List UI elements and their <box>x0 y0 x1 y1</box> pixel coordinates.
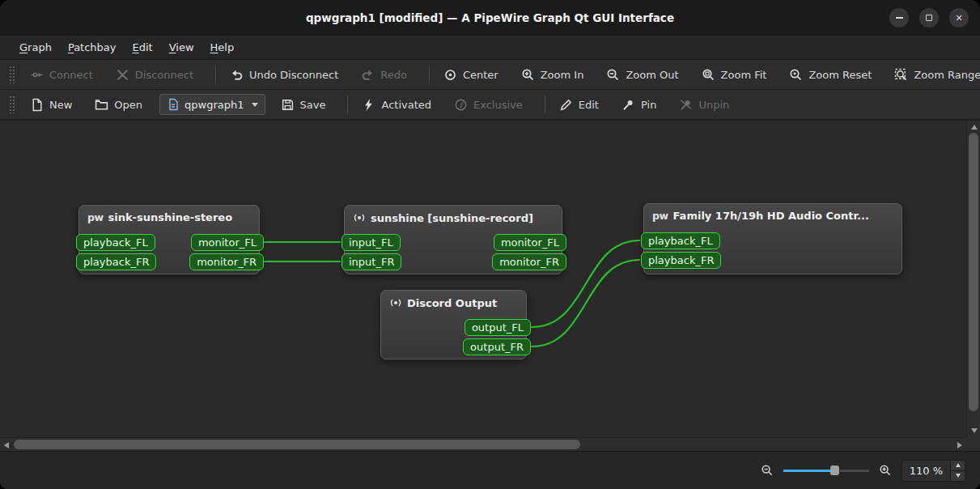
close-button[interactable]: ✕ <box>949 8 969 28</box>
zoom-reset-label: Zoom Reset <box>808 69 872 81</box>
scroll-left-arrow-icon[interactable] <box>4 442 9 449</box>
menu-patchbay[interactable]: Patchbay <box>60 38 125 57</box>
port-monitor-fl[interactable]: monitor_FL <box>191 234 264 251</box>
port-monitor-fl[interactable]: monitor_FL <box>494 234 566 251</box>
port-playback-fl[interactable]: playback_FL <box>76 234 155 251</box>
graph-canvas[interactable]: pw sink-sunshine-stereo playback_FL play… <box>0 121 966 437</box>
disconnect-button[interactable]: Disconnect <box>108 63 201 87</box>
node-sink-sunshine-stereo[interactable]: pw sink-sunshine-stereo playback_FL play… <box>78 205 260 274</box>
redo-icon <box>361 68 375 82</box>
port-monitor-fr[interactable]: monitor_FR <box>189 253 264 270</box>
horizontal-scrollbar[interactable] <box>0 437 966 451</box>
titlebar[interactable]: qpwgraph1 [modified] — A PipeWire Graph … <box>0 0 980 36</box>
scrollbar-corner <box>966 437 980 451</box>
unpin-label: Unpin <box>698 99 729 111</box>
pencil-icon <box>559 98 573 112</box>
port-playback-fl[interactable]: playback_FL <box>641 232 720 249</box>
graph-canvas-area: pw sink-sunshine-stereo playback_FL play… <box>0 120 980 451</box>
new-button[interactable]: New <box>23 93 79 117</box>
node-header: sunshine [sunshine-record] <box>345 206 562 230</box>
zoom-range-label: Zoom Range <box>914 69 980 81</box>
zoom-range-icon <box>894 68 908 82</box>
toolbar-separator <box>347 96 348 113</box>
node-sunshine-record[interactable]: sunshine [sunshine-record] input_FL inpu… <box>344 205 562 274</box>
pipewire-icon: pw <box>87 211 104 223</box>
redo-button[interactable]: Redo <box>354 63 414 87</box>
up-arrow-icon <box>956 463 961 467</box>
new-document-icon <box>30 98 44 112</box>
zoom-out-icon <box>606 68 620 82</box>
toolbar-drag-handle[interactable] <box>9 96 15 113</box>
zoom-out-label: Zoom Out <box>626 69 678 81</box>
activated-button[interactable]: Activated <box>354 93 439 117</box>
zoom-range-button[interactable]: Zoom Range <box>887 63 980 87</box>
connect-label: Connect <box>49 69 93 81</box>
node-discord-output[interactable]: Discord Output output_FL output_FR <box>380 290 527 359</box>
node-header: Discord Output <box>381 291 526 315</box>
statusbar: 110 % <box>0 451 980 489</box>
pin-label: Pin <box>641 99 656 111</box>
connect-icon <box>30 68 44 82</box>
window-title: qpwgraph1 [modified] — A PipeWire Graph … <box>306 11 674 24</box>
exclusive-button[interactable]: f Exclusive <box>447 93 530 117</box>
connect-button[interactable]: Connect <box>23 63 100 87</box>
port-playback-fr[interactable]: playback_FR <box>76 253 156 270</box>
zoom-reset-icon <box>789 68 803 82</box>
pin-button[interactable]: Pin <box>614 93 664 117</box>
qpwgraph-window: qpwgraph1 [modified] — A PipeWire Graph … <box>0 0 980 489</box>
zoom-in-label: Zoom In <box>541 69 584 81</box>
menu-help[interactable]: Help <box>202 38 243 57</box>
open-button[interactable]: Open <box>87 93 150 117</box>
scroll-down-arrow-icon[interactable] <box>971 428 978 433</box>
port-output-fl[interactable]: output_FL <box>465 319 531 336</box>
vertical-scrollbar-thumb[interactable] <box>969 133 978 411</box>
scroll-right-arrow-icon[interactable] <box>957 442 962 449</box>
toolbar-separator <box>545 96 545 113</box>
zoom-step-up-button[interactable] <box>951 461 965 470</box>
zoom-step-down-button[interactable] <box>951 470 965 481</box>
undo-label: Undo Disconnect <box>249 69 338 81</box>
open-folder-icon <box>95 98 108 112</box>
port-monitor-fr[interactable]: monitor_FR <box>492 253 566 270</box>
zoom-in-icon[interactable] <box>879 464 892 477</box>
menu-edit[interactable]: Edit <box>125 38 161 57</box>
horizontal-scrollbar-thumb[interactable] <box>14 440 580 449</box>
port-playback-fr[interactable]: playback_FR <box>641 252 721 269</box>
zoom-slider-track <box>840 470 869 472</box>
zoom-out-icon[interactable] <box>761 464 774 477</box>
center-button[interactable]: Center <box>436 63 506 87</box>
pipewire-icon: pw <box>652 210 668 222</box>
scroll-up-arrow-icon[interactable] <box>971 125 978 130</box>
port-input-fr[interactable]: input_FR <box>342 253 401 270</box>
maximize-button[interactable] <box>919 8 939 28</box>
chevron-down-icon <box>252 103 258 107</box>
save-button[interactable]: Save <box>274 93 333 117</box>
zoom-in-button[interactable]: Zoom In <box>514 63 592 87</box>
zoom-value: 110 % <box>902 461 950 481</box>
menu-view[interactable]: View <box>161 38 202 57</box>
zoom-slider-handle[interactable] <box>830 466 839 475</box>
edit-button[interactable]: Edit <box>552 93 606 117</box>
menu-graph[interactable]: Graph <box>11 38 60 57</box>
vertical-scrollbar[interactable] <box>966 121 980 437</box>
undo-disconnect-button[interactable]: Undo Disconnect <box>223 63 346 87</box>
zoom-spinbox[interactable]: 110 % <box>902 460 965 482</box>
toolbar-drag-handle[interactable] <box>9 66 15 83</box>
node-family-hd-audio[interactable]: pw Family 17h/19h HD Audio Contr... play… <box>643 203 902 274</box>
minimize-button[interactable] <box>889 8 909 28</box>
zoom-slider[interactable] <box>783 463 869 478</box>
port-input-fl[interactable]: input_FL <box>342 234 401 251</box>
session-combobox-value: qpwgraph1 <box>185 99 244 111</box>
zoom-fit-label: Zoom Fit <box>721 69 767 81</box>
zoom-out-button[interactable]: Zoom Out <box>599 63 685 87</box>
zoom-fit-button[interactable]: Zoom Fit <box>694 63 774 87</box>
maximize-icon <box>926 15 932 21</box>
disconnect-label: Disconnect <box>135 69 193 81</box>
menubar: Graph Patchbay Edit View Help <box>0 36 980 60</box>
node-header: pw sink-sunshine-stereo <box>79 206 259 229</box>
zoom-fit-icon <box>702 68 715 82</box>
port-output-fr[interactable]: output_FR <box>463 338 531 355</box>
unpin-button[interactable]: Unpin <box>672 93 736 117</box>
session-combobox[interactable]: qpwgraph1 <box>159 94 265 115</box>
zoom-reset-button[interactable]: Zoom Reset <box>782 63 879 87</box>
